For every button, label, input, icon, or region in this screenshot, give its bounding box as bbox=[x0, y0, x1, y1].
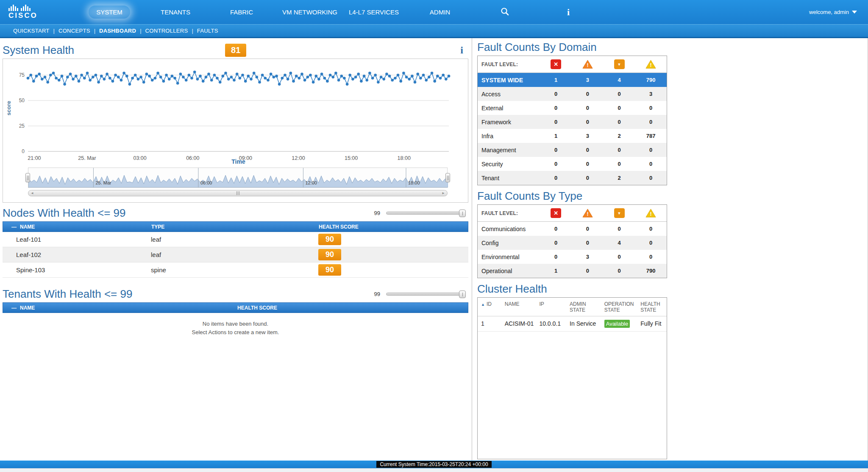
topnav-tab-vm-networking[interactable]: VM NETWORKING bbox=[275, 6, 341, 19]
nodes-table-row[interactable]: Spine-103spine90 bbox=[3, 263, 468, 278]
fault-type-major-count: 0 bbox=[572, 268, 604, 274]
tenants-header-score[interactable]: HEALTH SCORE bbox=[153, 305, 361, 311]
subnav-item-dashboard[interactable]: DASHBOARD bbox=[95, 28, 140, 34]
fault-domain-row-tenant[interactable]: Tenant0020 bbox=[478, 171, 667, 185]
nodes-header-type[interactable]: TYPE bbox=[151, 224, 306, 230]
collapse-icon[interactable]: — bbox=[11, 224, 17, 230]
fault-domain-row-framework[interactable]: Framework0000 bbox=[478, 115, 667, 129]
cluster-table-row[interactable]: 1ACISIM-0110.0.0.1In ServiceAvailableFul… bbox=[478, 316, 667, 332]
subnav-item-faults[interactable]: FAULTS bbox=[193, 28, 222, 34]
svg-text:06:00: 06:00 bbox=[200, 180, 212, 185]
nodes-slider-handle[interactable] bbox=[459, 209, 466, 217]
fault-type-row-config[interactable]: Config0040 bbox=[478, 236, 667, 250]
system-health-title: System Health bbox=[3, 44, 74, 57]
fault-type-critical-count: 1 bbox=[540, 268, 572, 274]
scroll-left-arrow-icon[interactable]: ◄ bbox=[28, 190, 36, 196]
scrollbar-grip[interactable] bbox=[236, 191, 239, 195]
svg-text:25. Mar: 25. Mar bbox=[95, 180, 111, 185]
fault-domain-warning-count: 3 bbox=[635, 91, 667, 97]
fault-domain-row-security[interactable]: Security0000 bbox=[478, 157, 667, 171]
node-score-cell: 90 bbox=[306, 234, 468, 245]
fault-domain-row-access[interactable]: Access0003 bbox=[478, 87, 667, 101]
fault-type-warning-count: 790 bbox=[635, 268, 667, 274]
svg-text:!: ! bbox=[587, 62, 588, 68]
fault-domain-row-label: Access bbox=[478, 91, 540, 98]
top-navigation-bar: CISCO SYSTEMTENANTSFABRICVM NETWORKINGL4… bbox=[0, 0, 868, 24]
nodes-header-score[interactable]: HEALTH SCORE bbox=[306, 224, 468, 230]
fault-type-row-operational[interactable]: Operational100790 bbox=[478, 264, 667, 278]
fault-domain-warning-count: 0 bbox=[635, 161, 667, 167]
node-type: spine bbox=[151, 266, 306, 274]
node-name: Leaf-102 bbox=[3, 251, 151, 258]
fault-type-critical-count: 0 bbox=[540, 240, 572, 246]
fault-domain-row-management[interactable]: Management0000 bbox=[478, 143, 667, 157]
fault-domain-row-external[interactable]: External0000 bbox=[478, 101, 667, 115]
info-icon[interactable]: i bbox=[537, 7, 600, 18]
fault-type-warning-column-header: ! bbox=[635, 208, 667, 218]
cluster-id: 1 bbox=[478, 320, 501, 327]
cluster-header-name[interactable]: NAME bbox=[501, 301, 536, 307]
cluster-header-label: HEALTH STATE bbox=[640, 301, 660, 313]
cluster-header-id[interactable]: ▲ID bbox=[478, 301, 501, 307]
cluster-header-label: OPERATION STATE bbox=[604, 301, 634, 313]
topnav-tab-tenants[interactable]: TENANTS bbox=[142, 6, 209, 19]
subnav-item-controllers[interactable]: CONTROLLERS bbox=[142, 28, 192, 34]
system-health-info-icon[interactable]: i bbox=[460, 45, 468, 56]
fault-domain-critical-count: 0 bbox=[540, 105, 572, 111]
topnav-tab-admin[interactable]: ADMIN bbox=[407, 6, 473, 19]
user-menu[interactable]: welcome, admin bbox=[809, 9, 868, 15]
collapse-icon[interactable]: — bbox=[11, 305, 17, 311]
fault-domain-critical-count: 0 bbox=[540, 147, 572, 153]
cluster-header-health-state[interactable]: HEALTH STATE bbox=[637, 301, 667, 313]
fault-counts-by-domain-table: FAULT LEVEL:✕!▼!SYSTEM WIDE134790Access0… bbox=[477, 56, 667, 185]
nodes-table-row[interactable]: Leaf-102leaf90 bbox=[3, 247, 468, 263]
cluster-table-header: ▲IDNAMEIPADMIN STATEOPERATION STATEHEALT… bbox=[478, 298, 667, 316]
chart-scrollbar[interactable]: ◄ ► bbox=[28, 190, 448, 196]
node-name: Leaf-101 bbox=[3, 236, 151, 243]
operation-state-badge: Available bbox=[604, 320, 630, 328]
topnav-tab-label: SYSTEM bbox=[89, 6, 130, 19]
navigator-right-handle[interactable] bbox=[445, 173, 450, 182]
cluster-header-admin-state[interactable]: ADMIN STATE bbox=[566, 301, 601, 313]
nodes-threshold-slider[interactable] bbox=[386, 212, 465, 215]
fault-domain-minor-column-header: ▼ bbox=[604, 59, 635, 69]
search-icon[interactable] bbox=[473, 7, 537, 17]
cluster-ip: 10.0.0.1 bbox=[536, 320, 566, 327]
subnav-item-concepts[interactable]: CONCEPTS bbox=[55, 28, 94, 34]
health-score-line-chart: 025507521:0025. Mar03:0006:0009:0012:001… bbox=[5, 61, 466, 165]
fault-domain-critical-count: 0 bbox=[540, 91, 572, 97]
dashboard-right-column: Fault Counts By Domain FAULT LEVEL:✕!▼!S… bbox=[472, 38, 868, 465]
tenants-threshold-slider[interactable] bbox=[386, 293, 465, 296]
fault-type-row-label: Communications bbox=[478, 226, 540, 232]
cisco-logo: CISCO bbox=[0, 4, 64, 20]
minor-fault-icon: ▼ bbox=[614, 208, 625, 218]
cluster-health-title: Cluster Health bbox=[477, 282, 863, 296]
fault-domain-critical-count: 1 bbox=[540, 77, 572, 83]
fault-type-row-communications[interactable]: Communications0000 bbox=[478, 222, 667, 236]
fault-type-row-environmental[interactable]: Environmental0300 bbox=[478, 250, 667, 264]
tenants-header-name[interactable]: —NAME bbox=[3, 305, 153, 311]
tenants-slider-handle[interactable] bbox=[459, 290, 466, 298]
subnav-item-quickstart[interactable]: QUICKSTART bbox=[9, 28, 53, 34]
nodes-header-name[interactable]: —NAME bbox=[3, 224, 151, 230]
topnav-tab-fabric[interactable]: FABRIC bbox=[209, 6, 275, 19]
fault-domain-row-system-wide[interactable]: SYSTEM WIDE134790 bbox=[478, 73, 667, 87]
dashboard-left-column: System Health 81 i 025507521:0025. Mar03… bbox=[0, 38, 472, 465]
nodes-table-row[interactable]: Leaf-101leaf90 bbox=[3, 232, 468, 247]
fault-domain-row-infra[interactable]: Infra132787 bbox=[478, 129, 667, 143]
svg-text:06:00: 06:00 bbox=[186, 155, 199, 161]
health-score-badge: 90 bbox=[318, 234, 341, 245]
cluster-name: ACISIM-01 bbox=[501, 320, 536, 327]
svg-text:!: ! bbox=[650, 62, 652, 68]
topnav-tab-system[interactable]: SYSTEM bbox=[76, 6, 142, 19]
scroll-right-arrow-icon[interactable]: ► bbox=[440, 190, 447, 196]
svg-text:!: ! bbox=[587, 211, 588, 217]
cluster-header-operation-state[interactable]: OPERATION STATE bbox=[601, 301, 637, 313]
fault-domain-major-count: 0 bbox=[572, 175, 604, 181]
navigator-left-handle[interactable] bbox=[25, 173, 30, 182]
topnav-tab-l4-l7-services[interactable]: L4-L7 SERVICES bbox=[341, 6, 407, 19]
cluster-header-ip[interactable]: IP bbox=[536, 301, 566, 307]
chevron-down-icon bbox=[852, 11, 857, 14]
empty-message-line1: No items have been found. bbox=[3, 320, 468, 328]
chart-navigator[interactable]: 25. Mar06:0012:0018:00 bbox=[28, 168, 448, 188]
